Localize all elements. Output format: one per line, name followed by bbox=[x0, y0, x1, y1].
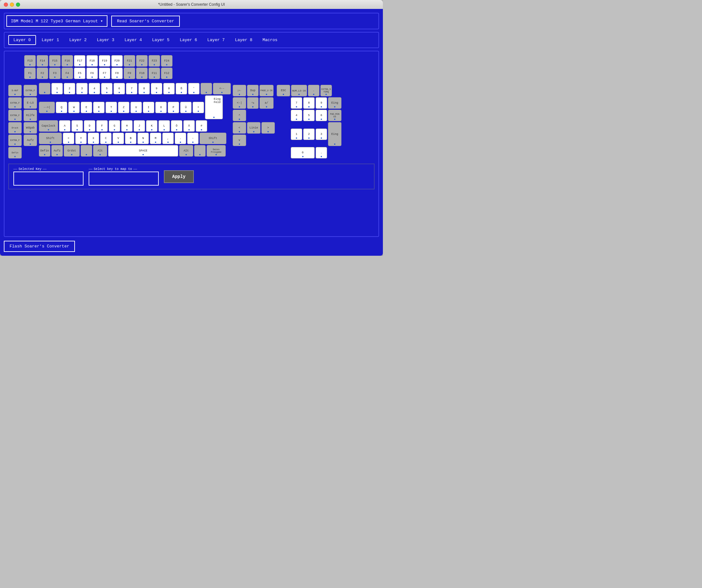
key-lalt[interactable]: Alt bbox=[93, 145, 107, 156]
key-g[interactable]: G bbox=[109, 120, 120, 132]
key-extra-sysrq[interactable]: EXTRA_S YSRQ bbox=[320, 85, 332, 96]
key-f12[interactable]: F12 bbox=[161, 68, 172, 79]
key-s[interactable]: S bbox=[72, 120, 83, 132]
key-p[interactable]: P bbox=[168, 102, 179, 113]
key-f3[interactable]: F3 bbox=[49, 68, 61, 79]
flash-button[interactable]: Flash Soarer's Converter bbox=[4, 241, 75, 252]
key-f11[interactable]: F11 bbox=[148, 68, 160, 79]
key-numenter2[interactable]: Eing bbox=[328, 122, 341, 146]
key-f24[interactable]: F24 bbox=[161, 55, 172, 67]
key-minus[interactable]: - bbox=[187, 133, 199, 144]
key-8[interactable]: 8 bbox=[138, 83, 150, 94]
key-space[interactable]: SPACE bbox=[108, 145, 178, 156]
key-f4[interactable]: F4 bbox=[62, 68, 73, 79]
key-l[interactable]: L bbox=[158, 120, 170, 132]
key-num4[interactable]: 4 bbox=[291, 110, 302, 121]
key-numlock[interactable]: NUM_LO CK bbox=[291, 85, 307, 96]
key-extra-f1[interactable]: EXTRA_F bbox=[8, 97, 22, 109]
key-t[interactable]: T bbox=[106, 102, 117, 113]
key-f1[interactable]: F1 bbox=[24, 68, 36, 79]
key-pageup[interactable]: PAGE_U CK bbox=[259, 85, 273, 96]
key-defin[interactable]: Defin bbox=[8, 147, 22, 158]
key-f19[interactable]: F19 bbox=[99, 55, 110, 67]
key-plus[interactable]: + bbox=[193, 102, 204, 113]
key-extra-f4[interactable]: EXTRA_F bbox=[24, 85, 37, 96]
key-c[interactable]: C bbox=[100, 133, 112, 144]
key-b[interactable]: B bbox=[125, 133, 136, 144]
key-num2[interactable]: 2 bbox=[303, 128, 315, 140]
key-aufz2[interactable]: Aufz bbox=[51, 145, 63, 156]
key-num7[interactable]: 7 bbox=[291, 97, 302, 109]
key-lt-pipe[interactable]: <-| bbox=[233, 97, 246, 109]
key-elo[interactable]: E-Lö bbox=[24, 97, 37, 109]
key-f5[interactable]: F5 bbox=[74, 68, 86, 79]
key-3[interactable]: 3 bbox=[76, 83, 88, 94]
key-n[interactable]: N bbox=[137, 133, 149, 144]
minimize-button[interactable] bbox=[10, 3, 14, 7]
key-q[interactable]: Q bbox=[56, 102, 67, 113]
key-f17[interactable]: F17 bbox=[74, 55, 86, 67]
key-v-nav[interactable]: v bbox=[233, 135, 246, 146]
key-ue[interactable]: Ü bbox=[180, 102, 192, 113]
key-f16[interactable]: F16 bbox=[62, 55, 73, 67]
key-f7[interactable]: F7 bbox=[99, 68, 110, 79]
key-left[interactable]: < bbox=[233, 122, 246, 134]
key-esc[interactable]: ESC bbox=[277, 85, 290, 96]
key-9[interactable]: 9 bbox=[151, 83, 162, 94]
key-daten[interactable]: Daten Freigabe bbox=[207, 145, 226, 156]
key-right[interactable]: > bbox=[261, 122, 275, 134]
keyboard-selector[interactable]: IBM Model M 122 Type3 German Layout ▾ bbox=[6, 15, 107, 27]
key-defin2[interactable]: Defin bbox=[39, 145, 50, 156]
key-f21[interactable]: F21 bbox=[124, 55, 135, 67]
key-f14[interactable]: F14 bbox=[37, 55, 48, 67]
key-hilfe[interactable]: Hilfe bbox=[24, 110, 37, 121]
key-caps[interactable]: Capslock bbox=[39, 120, 58, 132]
key-r[interactable]: R bbox=[93, 102, 105, 113]
maximize-button[interactable] bbox=[16, 3, 20, 7]
key-i[interactable]: I bbox=[143, 102, 154, 113]
key-numdecimal[interactable]: . bbox=[316, 147, 327, 158]
key-enter[interactable]: EingFeld bbox=[205, 95, 223, 119]
key-4[interactable]: 4 bbox=[89, 83, 100, 94]
key-f15[interactable]: F15 bbox=[49, 55, 61, 67]
key-num5[interactable]: 5 bbox=[303, 110, 315, 121]
close-button[interactable] bbox=[4, 3, 8, 7]
key-druck[interactable]: Druck bbox=[8, 122, 22, 134]
key-f10[interactable]: F10 bbox=[136, 68, 148, 79]
read-converter-button[interactable]: Read Soarer's Converter bbox=[111, 16, 180, 27]
key-num3[interactable]: 3 bbox=[316, 128, 327, 140]
key-0[interactable]: 0 bbox=[163, 83, 175, 94]
key-num1[interactable]: 1 bbox=[291, 128, 302, 140]
key-j[interactable]: J bbox=[134, 120, 145, 132]
key-sabf[interactable]: S-Abf bbox=[8, 85, 22, 96]
key-ca[interactable]: ^a bbox=[247, 97, 258, 109]
key-aslash[interactable]: a/ bbox=[259, 97, 273, 109]
selected-key-input[interactable] bbox=[13, 171, 84, 186]
tab-layer-5[interactable]: Layer 5 bbox=[148, 36, 174, 44]
apply-button[interactable]: Apply bbox=[164, 170, 194, 183]
key-linie[interactable]: Linie bbox=[247, 122, 260, 134]
key-lshift[interactable]: Shift bbox=[39, 133, 62, 144]
key-grdst[interactable]: Grdst bbox=[64, 145, 80, 156]
tab-layer-3[interactable]: Layer 3 bbox=[93, 36, 119, 44]
key-k[interactable]: K bbox=[146, 120, 157, 132]
tab-layer-4[interactable]: Layer 4 bbox=[120, 36, 146, 44]
key-rshift[interactable]: Shift bbox=[200, 133, 226, 144]
key-extra-f3[interactable]: EXTRA_F bbox=[8, 135, 22, 146]
key-padmin[interactable]: PAD_MIN US bbox=[328, 110, 341, 121]
key-5[interactable]: 5 bbox=[101, 83, 113, 94]
key-x[interactable]: X bbox=[88, 133, 99, 144]
key-num8[interactable]: 8 bbox=[303, 97, 315, 109]
key-backspace[interactable]: <-- bbox=[213, 83, 231, 94]
key-f8[interactable]: F8 bbox=[111, 68, 123, 79]
key-blank2[interactable] bbox=[201, 83, 212, 94]
tab-layer-7[interactable]: Layer 7 bbox=[203, 36, 229, 44]
key-f18[interactable]: F18 bbox=[86, 55, 98, 67]
key-z[interactable]: Z bbox=[118, 102, 129, 113]
key-1[interactable]: 1 bbox=[51, 83, 63, 94]
key-ae[interactable]: Ä bbox=[183, 120, 195, 132]
key-extra-f2[interactable]: EXTRA_F bbox=[8, 110, 22, 121]
key-ss[interactable]: ß bbox=[176, 83, 187, 94]
key-pipe-lt[interactable]: |<- bbox=[233, 85, 246, 96]
key-f2[interactable]: F2 bbox=[37, 68, 48, 79]
